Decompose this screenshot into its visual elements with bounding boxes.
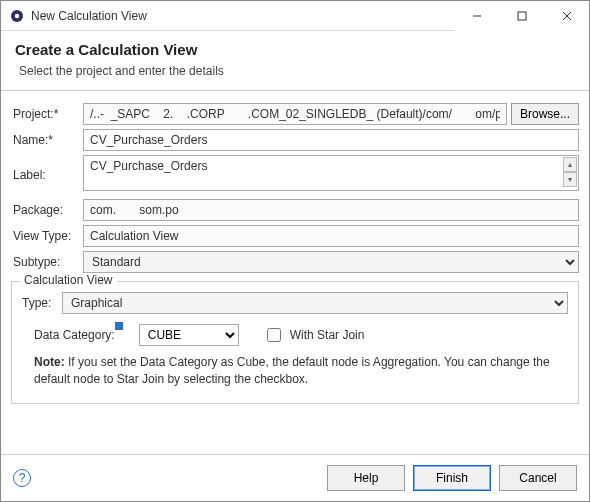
type-label: Type:: [22, 296, 62, 310]
data-category-label: Data Category:: [34, 328, 115, 342]
dialog-footer: ? Help Finish Cancel: [1, 454, 589, 501]
page-subtitle: Select the project and enter the details: [19, 64, 575, 78]
label-label: Label:: [11, 168, 83, 182]
name-label: Name:*: [11, 133, 83, 147]
calculation-view-group: Calculation View Type: Graphical Data Ca…: [11, 281, 579, 404]
svg-rect-3: [518, 12, 526, 20]
name-input[interactable]: [83, 129, 579, 151]
starjoin-checkbox-wrap[interactable]: With Star Join: [263, 325, 365, 345]
package-input[interactable]: [83, 199, 579, 221]
app-icon: [9, 8, 25, 24]
starjoin-label: With Star Join: [290, 328, 365, 342]
help-button[interactable]: Help: [327, 465, 405, 491]
note-text: Note: If you set the Data Category as Cu…: [34, 354, 560, 389]
viewtype-label: View Type:: [11, 229, 83, 243]
type-select[interactable]: Graphical: [62, 292, 568, 314]
finish-button[interactable]: Finish: [413, 465, 491, 491]
svg-point-1: [15, 13, 19, 17]
form-area: Project:* Browse... Name:* Label: CV_Pur…: [1, 91, 589, 454]
project-label: Project:*: [11, 107, 83, 121]
data-category-select[interactable]: CUBE: [139, 324, 239, 346]
dialog-window: New Calculation View Create a Calculatio…: [0, 0, 590, 502]
help-icon[interactable]: ?: [13, 469, 31, 487]
title-bar: New Calculation View: [1, 1, 589, 31]
maximize-button[interactable]: [499, 1, 544, 31]
page-title: Create a Calculation View: [15, 41, 575, 58]
browse-button[interactable]: Browse...: [511, 103, 579, 125]
project-input[interactable]: [83, 103, 507, 125]
dialog-header: Create a Calculation View Select the pro…: [1, 31, 589, 91]
cancel-button[interactable]: Cancel: [499, 465, 577, 491]
starjoin-checkbox[interactable]: [267, 328, 281, 342]
label-textarea[interactable]: CV_Purchase_Orders: [83, 155, 579, 191]
close-button[interactable]: [544, 1, 589, 31]
info-hint-icon: [115, 322, 123, 330]
minimize-button[interactable]: [454, 1, 499, 31]
window-title: New Calculation View: [31, 9, 454, 23]
viewtype-input[interactable]: [83, 225, 579, 247]
subtype-label: Subtype:: [11, 255, 83, 269]
package-label: Package:: [11, 203, 83, 217]
subtype-select[interactable]: Standard: [83, 251, 579, 273]
label-spinner[interactable]: ▴▾: [563, 157, 577, 187]
group-legend: Calculation View: [20, 273, 117, 287]
